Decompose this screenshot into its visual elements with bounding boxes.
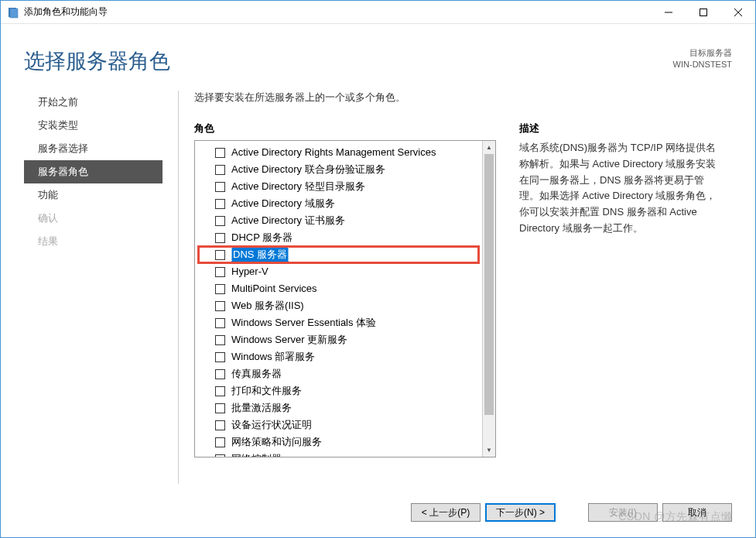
- description-panel: 描述 域名系统(DNS)服务器为 TCP/IP 网络提供名称解析。如果与 Act…: [496, 122, 717, 484]
- role-label: 批量激活服务: [231, 400, 292, 416]
- role-item-8[interactable]: MultiPoint Services: [198, 280, 479, 297]
- sidebar-item-3[interactable]: 服务器角色: [24, 160, 162, 183]
- role-item-11[interactable]: Windows Server 更新服务: [198, 331, 479, 348]
- roles-list: Active Directory Rights Management Servi…: [194, 140, 496, 457]
- previous-button[interactable]: < 上一步(P): [411, 503, 481, 522]
- header-row: 选择服务器角色 目标服务器 WIN-DNSTEST: [1, 24, 755, 91]
- install-button[interactable]: 安装(I): [588, 503, 658, 522]
- role-checkbox[interactable]: [215, 216, 225, 226]
- role-checkbox[interactable]: [215, 148, 225, 158]
- role-label: Active Directory 轻型目录服务: [231, 179, 365, 194]
- role-item-16[interactable]: 设备运行状况证明: [198, 416, 479, 433]
- sidebar-item-2[interactable]: 服务器选择: [24, 137, 162, 160]
- role-label: 网络控制器: [231, 451, 282, 457]
- titlebar: 添加角色和功能向导: [1, 1, 755, 24]
- role-checkbox[interactable]: [215, 335, 225, 345]
- footer: < 上一步(P) 下一步(N) > 安装(I) 取消: [1, 492, 755, 537]
- role-item-17[interactable]: 网络策略和访问服务: [198, 433, 479, 451]
- role-label: Web 服务器(IIS): [231, 298, 304, 314]
- role-item-18[interactable]: 网络控制器: [198, 451, 479, 457]
- role-item-0[interactable]: Active Directory Rights Management Servi…: [198, 144, 479, 161]
- role-item-3[interactable]: Active Directory 域服务: [198, 195, 479, 212]
- svg-rect-1: [10, 9, 18, 18]
- scrollbar[interactable]: ▲ ▼: [482, 141, 495, 457]
- scroll-down-icon[interactable]: ▼: [483, 444, 495, 457]
- target-name: WIN-DNSTEST: [673, 59, 732, 70]
- role-item-6[interactable]: DNS 服务器: [198, 246, 479, 263]
- role-label: 打印和文件服务: [231, 383, 302, 399]
- role-item-14[interactable]: 打印和文件服务: [198, 382, 479, 399]
- center-panel: 选择要安装在所选服务器上的一个或多个角色。 角色 Active Director…: [179, 91, 732, 484]
- page-title: 选择服务器角色: [24, 47, 673, 75]
- description-label: 描述: [519, 122, 717, 135]
- sidebar-item-1[interactable]: 安装类型: [24, 114, 162, 137]
- role-checkbox[interactable]: [215, 318, 225, 328]
- role-checkbox[interactable]: [215, 454, 225, 457]
- role-label: 设备运行状况证明: [231, 417, 312, 433]
- roles-scroll-area[interactable]: Active Directory Rights Management Servi…: [195, 141, 482, 457]
- role-label: Hyper-V: [231, 264, 269, 279]
- svg-rect-3: [700, 9, 706, 15]
- main-area: 开始之前安装类型服务器选择服务器角色功能确认结果 选择要安装在所选服务器上的一个…: [1, 91, 755, 492]
- role-label: Windows Server Essentials 体验: [231, 315, 376, 331]
- close-button[interactable]: [720, 1, 755, 23]
- role-label: 传真服务器: [231, 366, 282, 382]
- role-checkbox[interactable]: [215, 437, 225, 447]
- role-label: Active Directory 联合身份验证服务: [231, 162, 385, 177]
- role-item-1[interactable]: Active Directory 联合身份验证服务: [198, 161, 479, 178]
- role-checkbox[interactable]: [215, 386, 225, 396]
- role-item-9[interactable]: Web 服务器(IIS): [198, 297, 479, 314]
- wizard-window: 添加角色和功能向导 选择服务器角色 目标服务器 WIN-DNSTEST 开始之前…: [0, 0, 756, 538]
- next-button[interactable]: 下一步(N) >: [485, 503, 556, 522]
- role-label: Windows Server 更新服务: [231, 332, 347, 348]
- role-label: DHCP 服务器: [231, 230, 292, 245]
- sidebar-item-4[interactable]: 功能: [24, 183, 162, 207]
- wizard-sidebar: 开始之前安装类型服务器选择服务器角色功能确认结果: [24, 91, 179, 484]
- target-label: 目标服务器: [673, 47, 732, 59]
- role-item-7[interactable]: Hyper-V: [198, 263, 479, 280]
- role-label: Active Directory 证书服务: [231, 213, 345, 228]
- role-item-10[interactable]: Windows Server Essentials 体验: [198, 314, 479, 331]
- target-info: 目标服务器 WIN-DNSTEST: [673, 47, 732, 71]
- role-label: Windows 部署服务: [231, 349, 315, 365]
- role-checkbox[interactable]: [215, 250, 225, 260]
- role-checkbox[interactable]: [215, 267, 225, 277]
- scrollbar-thumb[interactable]: [484, 154, 494, 415]
- role-item-4[interactable]: Active Directory 证书服务: [198, 212, 479, 229]
- role-label: MultiPoint Services: [231, 281, 317, 296]
- role-label: Active Directory Rights Management Servi…: [231, 145, 436, 160]
- role-checkbox[interactable]: [215, 352, 225, 362]
- role-label: DNS 服务器: [231, 247, 289, 262]
- app-icon: [7, 6, 19, 19]
- description-text: 域名系统(DNS)服务器为 TCP/IP 网络提供名称解析。如果与 Active…: [519, 140, 717, 237]
- sidebar-item-5: 确认: [24, 207, 162, 230]
- role-item-13[interactable]: 传真服务器: [198, 365, 479, 382]
- role-checkbox[interactable]: [215, 301, 225, 311]
- window-controls: [651, 1, 755, 23]
- content-area: 选择服务器角色 目标服务器 WIN-DNSTEST 开始之前安装类型服务器选择服…: [1, 24, 755, 537]
- role-item-15[interactable]: 批量激活服务: [198, 399, 479, 416]
- role-checkbox[interactable]: [215, 165, 225, 175]
- role-checkbox[interactable]: [215, 233, 225, 243]
- role-checkbox[interactable]: [215, 420, 225, 430]
- role-label: Active Directory 域服务: [231, 196, 335, 211]
- role-checkbox[interactable]: [215, 403, 225, 413]
- roles-label: 角色: [194, 122, 496, 135]
- scroll-up-icon[interactable]: ▲: [483, 141, 495, 154]
- sidebar-item-6: 结果: [24, 230, 162, 253]
- cancel-button[interactable]: 取消: [662, 503, 732, 522]
- role-item-2[interactable]: Active Directory 轻型目录服务: [198, 178, 479, 195]
- window-title: 添加角色和功能向导: [24, 5, 651, 19]
- role-item-5[interactable]: DHCP 服务器: [198, 229, 479, 246]
- role-item-12[interactable]: Windows 部署服务: [198, 348, 479, 365]
- role-checkbox[interactable]: [215, 284, 225, 294]
- role-checkbox[interactable]: [215, 182, 225, 192]
- role-checkbox[interactable]: [215, 369, 225, 379]
- roles-container: 角色 Active Directory Rights Management Se…: [194, 122, 717, 484]
- role-label: 网络策略和访问服务: [231, 434, 322, 450]
- role-checkbox[interactable]: [215, 199, 225, 209]
- sidebar-item-0[interactable]: 开始之前: [24, 91, 162, 114]
- minimize-button[interactable]: [651, 1, 686, 23]
- maximize-button[interactable]: [686, 1, 720, 23]
- instruction-text: 选择要安装在所选服务器上的一个或多个角色。: [194, 91, 717, 105]
